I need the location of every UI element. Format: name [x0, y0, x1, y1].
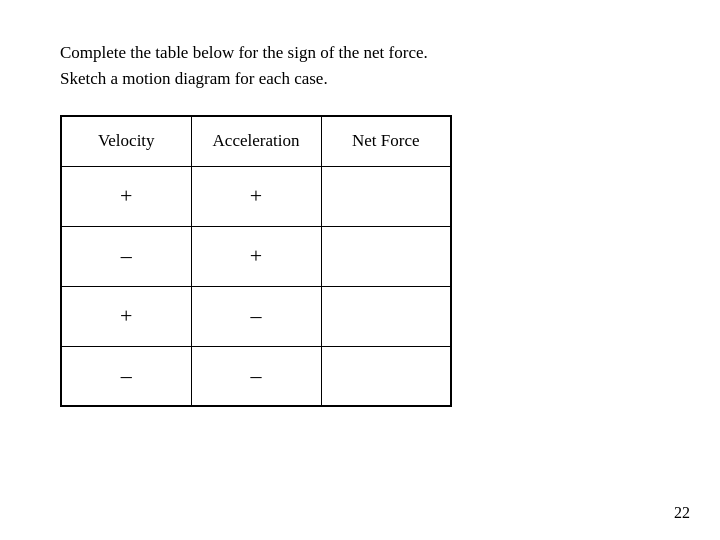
instruction-line1: Complete the table below for the sign of…	[60, 40, 660, 66]
header-acceleration: Acceleration	[191, 116, 321, 166]
header-velocity: Velocity	[61, 116, 191, 166]
cell-r1-c1: +	[191, 226, 321, 286]
page-container: Complete the table below for the sign of…	[0, 0, 720, 451]
cell-r0-c1: +	[191, 166, 321, 226]
table-row: –+	[61, 226, 451, 286]
cell-r2-c2	[321, 286, 451, 346]
header-net-force: Net Force	[321, 116, 451, 166]
cell-r3-c2	[321, 346, 451, 406]
page-number: 22	[674, 504, 690, 522]
cell-r2-c1: –	[191, 286, 321, 346]
data-table: Velocity Acceleration Net Force ++–++–––	[60, 115, 452, 407]
cell-r3-c0: –	[61, 346, 191, 406]
cell-r2-c0: +	[61, 286, 191, 346]
table-row: ++	[61, 166, 451, 226]
cell-r0-c0: +	[61, 166, 191, 226]
table-header-row: Velocity Acceleration Net Force	[61, 116, 451, 166]
cell-r0-c2	[321, 166, 451, 226]
cell-r1-c2	[321, 226, 451, 286]
table-row: ––	[61, 346, 451, 406]
instruction-line2: Sketch a motion diagram for each case.	[60, 66, 660, 92]
cell-r1-c0: –	[61, 226, 191, 286]
cell-r3-c1: –	[191, 346, 321, 406]
instructions: Complete the table below for the sign of…	[60, 40, 660, 91]
table-wrapper: Velocity Acceleration Net Force ++–++–––	[60, 115, 452, 407]
table-row: +–	[61, 286, 451, 346]
